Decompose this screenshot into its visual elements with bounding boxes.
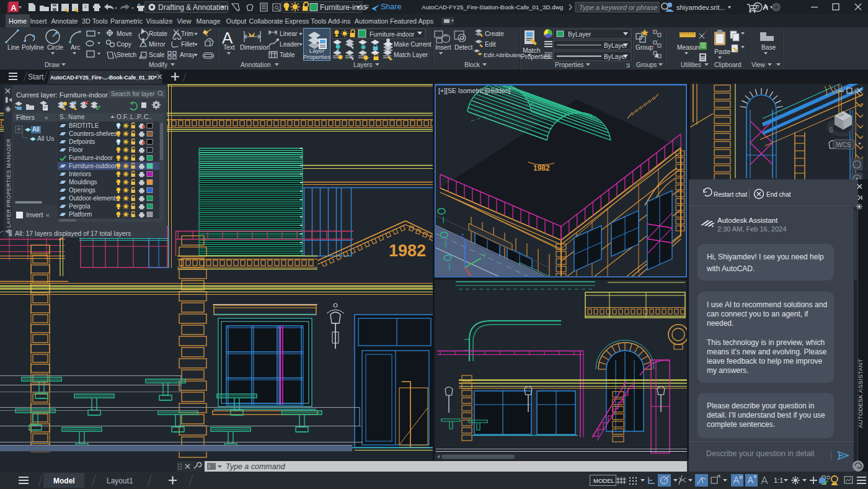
svg-text:Type a command: Type a command [226, 462, 286, 471]
svg-text:Counters-shelves: Counters-shelves [69, 130, 117, 137]
svg-text:1982: 1982 [389, 241, 426, 260]
svg-text:Platform: Platform [69, 211, 92, 218]
svg-text:View: View [177, 17, 191, 25]
svg-text:Properties: Properties [303, 53, 331, 60]
svg-text:Rotate: Rotate [149, 30, 167, 37]
svg-text:All: 17 layers displayed of 17: All: 17 layers displayed of 17 total lay… [15, 230, 131, 237]
svg-text:means it’s new and evolving. P: means it’s new and evolving. Please [707, 348, 827, 356]
svg-text:Automation: Automation [355, 17, 389, 25]
svg-text:A: A [11, 3, 17, 12]
svg-text:All Us: All Us [37, 135, 54, 142]
svg-text:Y: Y [482, 253, 486, 259]
svg-text:Featured Apps: Featured Apps [390, 17, 434, 25]
svg-text:Insert: Insert [30, 17, 46, 25]
svg-text:Restart chat: Restart chat [714, 191, 747, 198]
svg-text:ByLayer: ByLayer [604, 42, 627, 49]
svg-text:Layout1: Layout1 [107, 477, 133, 485]
svg-text:detail. I’ll understand best i: detail. I’ll understand best if you use [707, 411, 825, 419]
svg-text:End chat: End chat [766, 191, 791, 198]
svg-text:Properties: Properties [555, 61, 583, 68]
svg-text:Match Layer: Match Layer [394, 52, 428, 58]
svg-text:Manage: Manage [196, 17, 220, 25]
svg-text:WCS: WCS [836, 141, 851, 148]
svg-text:Detect: Detect [454, 44, 473, 51]
svg-text:Dimension: Dimension [240, 44, 270, 51]
svg-text:Outdoor-elements: Outdoor-elements [69, 195, 118, 202]
svg-text:Insert: Insert [435, 44, 451, 51]
svg-text:Stretch: Stretch [117, 52, 136, 58]
svg-text:Group: Group [636, 44, 653, 51]
svg-text:Clipboard: Clipboard [714, 61, 742, 68]
svg-text:Furniture-indoor: Furniture-indoor [69, 155, 113, 161]
svg-text:Current layer: Furniture-indoo: Current layer: Furniture-indoor [16, 91, 108, 99]
svg-text:Floor: Floor [69, 146, 83, 153]
svg-text:with AutoCAD.: with AutoCAD. [706, 264, 755, 273]
svg-text:Express Tools: Express Tools [285, 17, 327, 25]
svg-text:2:30 AM, Feb 16, 2024: 2:30 AM, Feb 16, 2024 [717, 225, 786, 233]
svg-text:Filters: Filters [16, 114, 35, 121]
svg-text:Linear: Linear [280, 30, 298, 37]
svg-text:Edit Attributes: Edit Attributes [484, 52, 521, 58]
svg-text:leave feedback to help me impr: leave feedback to help me improve [707, 357, 822, 366]
svg-text:«: « [45, 114, 48, 121]
svg-text:This technology is in preview,: This technology is in preview, which [707, 338, 825, 347]
svg-text:Polyline: Polyline [22, 44, 44, 51]
svg-text:Array: Array [180, 52, 195, 58]
svg-text:Model: Model [53, 477, 75, 485]
svg-text:Annotation: Annotation [241, 61, 271, 68]
svg-text:can connect you to an agent, i: can connect you to an agent, if [707, 310, 808, 318]
svg-text:my answers.: my answers. [707, 366, 748, 375]
svg-text:1:1: 1:1 [774, 477, 783, 484]
svg-text:[+][SE Isometric][Hidden]: [+][SE Isometric][Hidden] [438, 87, 511, 94]
svg-text:Mirror: Mirror [149, 41, 166, 48]
svg-text:L..: L.. [130, 114, 137, 120]
svg-text:Text: Text [223, 44, 235, 51]
svg-text:Drafting & Annotation: Drafting & Annotation [158, 3, 228, 12]
svg-text:Home: Home [9, 17, 27, 25]
svg-text:3D Tools: 3D Tools [82, 17, 108, 25]
svg-text:Add-ins: Add-ins [328, 17, 351, 25]
svg-text:Measure: Measure [677, 44, 702, 51]
svg-text:Output: Output [226, 17, 246, 25]
svg-text:I use AI to recommend solution: I use AI to recommend solutions and [707, 300, 827, 309]
svg-text:LAYER PROPERTIES MANAGER: LAYER PROPERTIES MANAGER [6, 138, 12, 228]
svg-text:Groups: Groups [636, 61, 657, 68]
svg-text:Furniture-indoor: Furniture-indoor [370, 31, 415, 38]
svg-text:shiyamdev.srit...: shiyamdev.srit... [676, 4, 725, 11]
svg-text:Visualize: Visualize [146, 17, 172, 25]
svg-text:Copy: Copy [117, 41, 132, 48]
svg-text:Create: Create [485, 30, 504, 37]
svg-text:ByLayer: ByLayer [568, 31, 591, 38]
svg-text:Parametric: Parametric [110, 17, 143, 25]
svg-text:Arc: Arc [71, 44, 80, 51]
svg-text:All: All [32, 125, 40, 133]
svg-text:C..: C.. [144, 114, 152, 120]
svg-text:Furniture-outdoor: Furniture-outdoor [69, 163, 117, 169]
svg-text:Defpoints: Defpoints [69, 138, 95, 145]
svg-text:Search for layer: Search for layer [111, 91, 155, 97]
svg-text:Annotate: Annotate [51, 17, 78, 25]
svg-text:Leader: Leader [280, 41, 299, 48]
svg-text:Scale: Scale [149, 52, 165, 58]
svg-text:Layers: Layers [353, 61, 373, 68]
svg-text:Table: Table [280, 52, 295, 58]
svg-text:Move: Move [117, 30, 132, 37]
svg-text:Fillet: Fillet [181, 41, 195, 48]
svg-text:Mouldings: Mouldings [69, 179, 97, 186]
svg-text:Interiors: Interiors [69, 171, 91, 177]
svg-text:BRDTITLE: BRDTITLE [69, 122, 99, 129]
svg-text:«: « [46, 212, 50, 218]
svg-text:Trim: Trim [181, 30, 193, 37]
svg-text:Invert: Invert [26, 211, 43, 218]
svg-text:Pergola: Pergola [69, 203, 91, 210]
svg-text:Please describe your question: Please describe your question in [707, 402, 814, 410]
svg-text:Openings: Openings [69, 187, 95, 194]
svg-text:Name: Name [68, 114, 85, 120]
svg-text:Type a keyword or phrase: Type a keyword or phrase [579, 4, 657, 11]
svg-text:Block: Block [464, 61, 480, 68]
svg-text:?: ? [756, 4, 760, 11]
svg-text:Circle: Circle [47, 44, 63, 51]
svg-text:needed.: needed. [707, 319, 733, 328]
svg-text:S: S [829, 127, 833, 133]
svg-text:P..: P.. [137, 114, 144, 120]
